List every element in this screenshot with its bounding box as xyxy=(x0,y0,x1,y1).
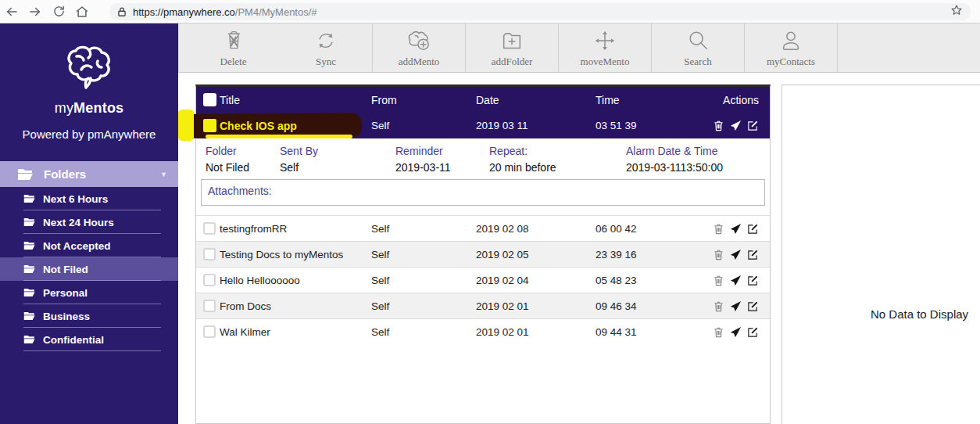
edit-row-icon[interactable] xyxy=(747,275,759,286)
folders-label: Folders xyxy=(44,167,86,181)
url-text[interactable]: https://pmanywhere.co/PM4/MyMentos/# xyxy=(133,6,317,18)
app-tagline: Powered by pmAnywhere xyxy=(0,128,178,141)
sidebar-item-next-24-hours[interactable]: Next 24 Hours xyxy=(0,210,178,234)
forward-icon[interactable] xyxy=(23,2,47,22)
chevron-down-icon: ▼ xyxy=(160,171,167,178)
row-date: 2019 02 01 xyxy=(476,300,596,312)
mento-detail-panel: Folder Sent By Reminder Repeat: Alarm Da… xyxy=(196,138,770,174)
delete-row-icon[interactable] xyxy=(713,249,724,261)
send-row-icon[interactable] xyxy=(730,223,742,235)
sidebar-item-not-filed[interactable]: Not Filed xyxy=(0,257,178,281)
padlock-icon xyxy=(117,6,127,17)
delete-row-icon[interactable] xyxy=(713,300,724,312)
row-checkbox[interactable] xyxy=(203,325,216,338)
address-bar[interactable]: https://pmanywhere.co/PM4/MyMentos/# xyxy=(109,3,971,20)
sidebar-item-next-6-hours[interactable]: Next 6 Hours xyxy=(0,187,178,210)
annotation-yellow-underline xyxy=(206,135,352,138)
rows-gap xyxy=(196,206,770,215)
row-time: 09 46 34 xyxy=(596,300,704,312)
move-mento-button[interactable]: moveMento xyxy=(559,23,652,72)
row-date: 2019 03 11 xyxy=(476,120,596,131)
row-title[interactable]: testingfromRR xyxy=(220,223,371,235)
detail-repeat-value: 20 min before xyxy=(489,161,626,174)
row-checkbox-selected[interactable] xyxy=(203,119,216,132)
add-folder-icon xyxy=(500,27,524,52)
detail-right-panel: No Data to Display xyxy=(781,84,980,424)
send-row-icon[interactable] xyxy=(730,249,742,261)
table-row[interactable]: testingfromRR Self 2019 02 08 06 00 42 xyxy=(196,215,770,241)
row-checkbox[interactable] xyxy=(203,222,216,235)
panel-gap xyxy=(771,73,781,424)
row-title[interactable]: Check IOS app xyxy=(220,120,371,132)
row-title[interactable]: Hello Helloooooo xyxy=(220,275,371,286)
move-mento-icon xyxy=(593,27,617,52)
select-all-checkbox[interactable] xyxy=(203,93,216,106)
attachments-label: Attachments: xyxy=(208,185,272,197)
sidebar-item-business[interactable]: Business xyxy=(0,304,178,328)
no-data-message: No Data to Display xyxy=(871,307,968,321)
delete-row-icon[interactable] xyxy=(713,275,724,286)
sidebar-item-not-accepted[interactable]: Not Accepted xyxy=(0,234,178,257)
row-title[interactable]: From Docs xyxy=(220,300,371,312)
sidebar-item-confidential[interactable]: Confidential xyxy=(0,328,178,351)
column-header-from[interactable]: From xyxy=(371,94,476,106)
sidebar-item-personal[interactable]: Personal xyxy=(0,281,178,304)
row-title[interactable]: Wal Kilmer xyxy=(220,326,371,338)
edit-row-icon[interactable] xyxy=(747,249,759,261)
detail-alarm-value: 2019-03-1113:50:00 xyxy=(626,161,770,174)
edit-row-icon[interactable] xyxy=(747,223,759,235)
detail-sent-by-value: Self xyxy=(280,161,395,174)
reload-icon[interactable] xyxy=(47,2,70,22)
folders-section-header[interactable]: Folders ▼ xyxy=(0,161,178,187)
send-row-icon[interactable] xyxy=(730,300,742,312)
folder-icon xyxy=(23,217,36,227)
attachments-box: Attachments: xyxy=(201,179,765,206)
row-from: Self xyxy=(371,275,476,286)
row-from: Self xyxy=(371,300,476,312)
detail-folder-label: Folder xyxy=(206,145,280,157)
send-row-icon[interactable] xyxy=(730,120,742,131)
folder-list: Next 6 Hours Next 24 Hours Not Accepted … xyxy=(0,187,178,351)
row-date: 2019 02 04 xyxy=(476,275,596,286)
edit-row-icon[interactable] xyxy=(747,300,759,312)
send-row-icon[interactable] xyxy=(730,326,742,338)
row-checkbox[interactable] xyxy=(203,274,216,286)
delete-button[interactable]: Delete xyxy=(187,23,280,72)
search-button[interactable]: Search xyxy=(652,23,745,72)
row-time: 06 00 42 xyxy=(596,223,704,235)
edit-row-icon[interactable] xyxy=(747,120,759,131)
bookmark-star-icon[interactable] xyxy=(950,4,963,20)
home-icon[interactable] xyxy=(70,2,94,22)
app-name: myMentos xyxy=(0,100,178,117)
content-background xyxy=(178,73,980,84)
detail-repeat-label: Repeat: xyxy=(489,145,626,157)
column-header-title[interactable]: Title xyxy=(220,94,371,106)
sync-button[interactable]: Sync xyxy=(280,23,373,72)
table-row-selected[interactable]: Check IOS app Self 2019 03 11 03 51 39 xyxy=(196,113,770,138)
table-row[interactable]: Testing Docs to myMentos Self 2019 02 05… xyxy=(196,241,770,267)
delete-row-icon[interactable] xyxy=(713,120,724,131)
edit-row-icon[interactable] xyxy=(747,326,759,338)
row-from: Self xyxy=(371,120,476,131)
table-row[interactable]: Hello Helloooooo Self 2019 02 04 05 48 2… xyxy=(196,267,770,293)
brain-logo-icon xyxy=(59,44,119,94)
delete-row-icon[interactable] xyxy=(713,223,724,235)
column-header-actions: Actions xyxy=(704,94,770,106)
send-row-icon[interactable] xyxy=(730,275,742,286)
row-checkbox[interactable] xyxy=(203,300,216,312)
column-header-time[interactable]: Time xyxy=(596,94,704,106)
detail-reminder-label: Reminder xyxy=(395,145,489,157)
column-header-date[interactable]: Date xyxy=(476,94,596,106)
my-contacts-button[interactable]: myContacts xyxy=(745,23,838,72)
row-from: Self xyxy=(371,249,476,261)
row-checkbox[interactable] xyxy=(203,248,216,261)
add-mento-button[interactable]: addMento xyxy=(373,23,466,72)
delete-row-icon[interactable] xyxy=(713,326,724,338)
folder-icon xyxy=(23,288,36,297)
row-title[interactable]: Testing Docs to myMentos xyxy=(220,249,371,261)
search-icon xyxy=(686,27,710,52)
table-row[interactable]: Wal Kilmer Self 2019 02 01 09 44 31 xyxy=(196,318,770,344)
add-folder-button[interactable]: addFolder xyxy=(466,23,559,72)
back-icon[interactable] xyxy=(0,2,23,22)
table-row[interactable]: From Docs Self 2019 02 01 09 46 34 xyxy=(196,293,770,318)
